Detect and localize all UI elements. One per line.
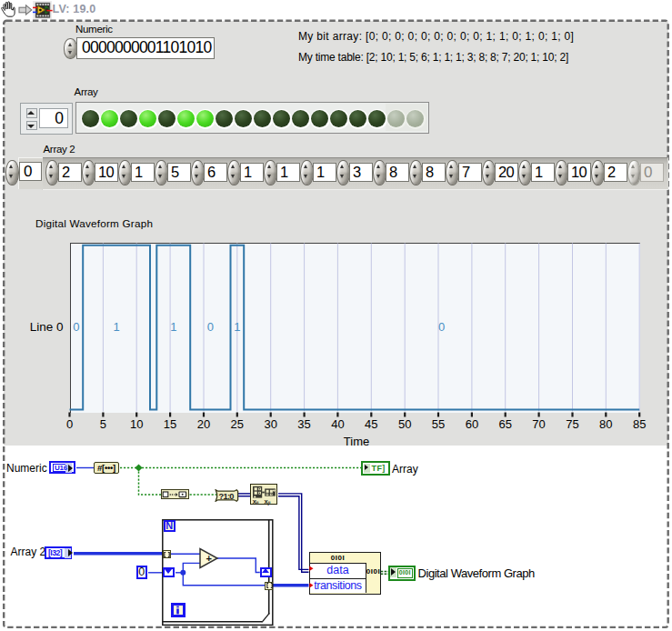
svg-text:+: + xyxy=(206,553,212,564)
svg-text:ii: ii xyxy=(256,500,259,506)
svg-text:ji: ji xyxy=(266,500,271,506)
svg-text:?1:0: ?1:0 xyxy=(218,491,234,500)
